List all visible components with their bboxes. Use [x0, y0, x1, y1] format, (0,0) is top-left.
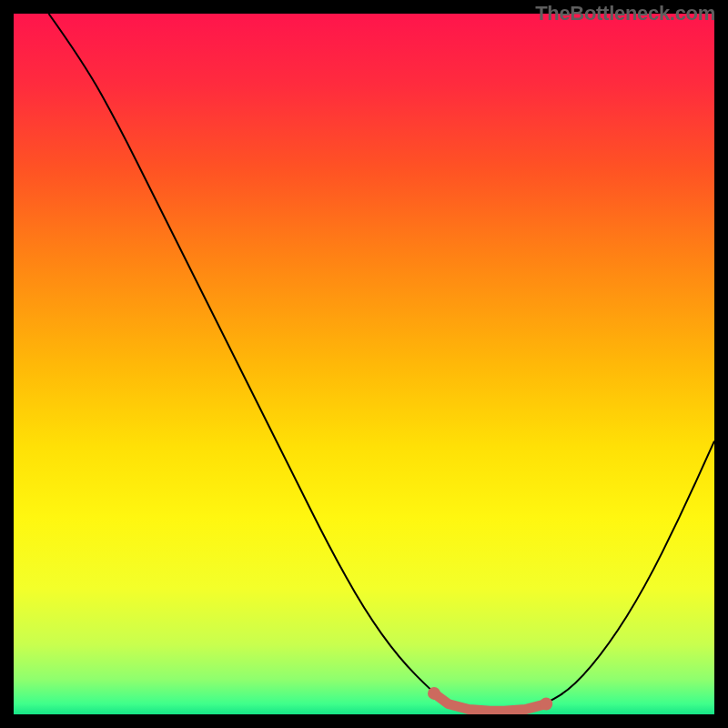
highlight-start-dot — [428, 687, 440, 700]
watermark-text: TheBottleneck.com — [535, 2, 715, 25]
chart-plot — [14, 14, 714, 714]
chart-stage: TheBottleneck.com — [0, 0, 728, 728]
highlight-end-dot — [540, 697, 552, 710]
gradient-background — [14, 14, 714, 714]
